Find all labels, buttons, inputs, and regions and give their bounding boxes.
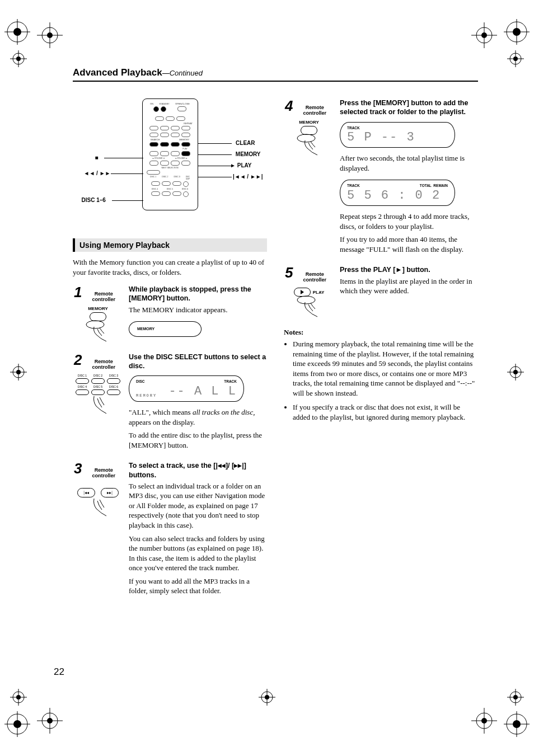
lcd-display-icon: TRACKTOTAL REMAIN 5 5 6 : 0 2 [340, 180, 455, 206]
step-title: To select a track, use the [|◂◂]/ [▸▸|] … [129, 461, 267, 480]
header-title: Advanced Playback [73, 67, 162, 78]
hand-press-icon [84, 495, 112, 518]
intro-text: With the Memory function you can create … [73, 257, 267, 277]
step-sub: Remote controller [295, 105, 334, 116]
step-sub: Remote controller [84, 468, 123, 479]
step-body-text: "ALL", which means all tracks on the dis… [129, 407, 267, 427]
play-label: PLAY [313, 290, 325, 295]
callout-play: ► PLAY [230, 162, 251, 168]
svg-point-60 [86, 321, 104, 328]
disc-select-icon: DISC 1DISC 2DISC 3 DISC 4DISC 5DISC 6 [76, 374, 120, 395]
callout-skip: ◄◄ / ►► [84, 170, 111, 176]
step-number: 2 [74, 353, 82, 367]
step-sub: Remote controller [84, 359, 123, 370]
hand-press-icon [84, 320, 112, 342]
step-title: Press the PLAY [►] button. [340, 265, 478, 274]
svg-point-62 [297, 296, 315, 304]
step-number: 5 [285, 265, 293, 280]
callout-stop-icon: ■ [95, 154, 99, 161]
step-body-text: You can also select tracks and folders b… [129, 534, 267, 573]
step-sub: Remote controller [295, 272, 334, 283]
lcd-display-icon: MEMORY [129, 321, 202, 336]
step-title: While playback is stopped, press the [ME… [129, 285, 267, 303]
step-body-text: After two seconds, the total playlist ti… [340, 153, 478, 173]
hand-press-icon [84, 393, 112, 415]
step-number: 3 [74, 461, 82, 476]
remote-outline-icon: ONSTANDBYOPEN/CLOSE REPEAT SEARCHMEMORY … [142, 98, 198, 210]
step-3: 3 Remote controller |◂◂▸▸| To select a t… [73, 461, 267, 599]
step-body-text: To select an individual track or a folde… [129, 481, 267, 530]
step-body-text: The MEMORY indicator appears. [129, 305, 267, 315]
lcd-display-icon: DISCTRACK MEMORY--A L L [129, 375, 244, 402]
memory-label: MEMORY [84, 306, 112, 311]
hand-press-icon [295, 295, 323, 318]
step-body-text: If you want to add all the MP3 tracks in… [129, 576, 267, 596]
step-number: 4 [285, 98, 293, 113]
step-body-text: If you try to add more than 40 items, th… [340, 234, 478, 254]
step-body-text: Repeat steps 2 through 4 to add more tra… [340, 212, 478, 231]
hand-press-icon [295, 134, 323, 156]
step-1: 1 Remote controller MEMORY While playbac… [73, 285, 267, 345]
notes-title: Notes: [284, 328, 478, 337]
notes-list: During memory playback, the total remain… [284, 339, 478, 422]
step-title: Press the [MEMORY] button to add the sel… [340, 98, 478, 117]
step-sub: Remote controller [84, 292, 123, 303]
svg-point-61 [297, 134, 315, 142]
step-body-text: To add the entire disc to the playlist, … [129, 430, 267, 450]
step-number: 1 [74, 285, 82, 299]
note-item: During memory playback, the total remain… [293, 339, 478, 398]
lcd-display-icon: TRACK 5 P -- 3 [340, 122, 455, 148]
remote-diagram: ■ ◄◄ / ►► DISC 1–6 CLEAR MEMORY ► PLAY |… [97, 98, 243, 222]
page-number: 22 [54, 666, 64, 678]
callout-disc: DISC 1–6 [82, 197, 106, 203]
section-title: Using Memory Playback [73, 238, 267, 252]
step-5: 5 Remote controller PLAY Press the PLAY … [284, 265, 478, 320]
callout-track: |◄◄ / ►►| [233, 173, 263, 180]
callout-clear: CLEAR [236, 140, 255, 146]
header-continued: —Continued [162, 69, 203, 77]
memory-label: MEMORY [295, 120, 323, 125]
step-body-text: Items in the playlist are played in the … [340, 276, 478, 296]
step-title: Use the DISC SELECT buttons to select a … [129, 353, 267, 371]
callout-memory: MEMORY [236, 151, 261, 157]
step-2: 2 Remote controller DISC 1DISC 2DISC 3 D… [73, 353, 267, 453]
note-item: If you specify a track or disc that does… [293, 402, 478, 422]
step-4: 4 Remote controller MEMORY Press the [ME… [284, 98, 478, 257]
page-header: Advanced Playback—Continued [73, 67, 478, 82]
